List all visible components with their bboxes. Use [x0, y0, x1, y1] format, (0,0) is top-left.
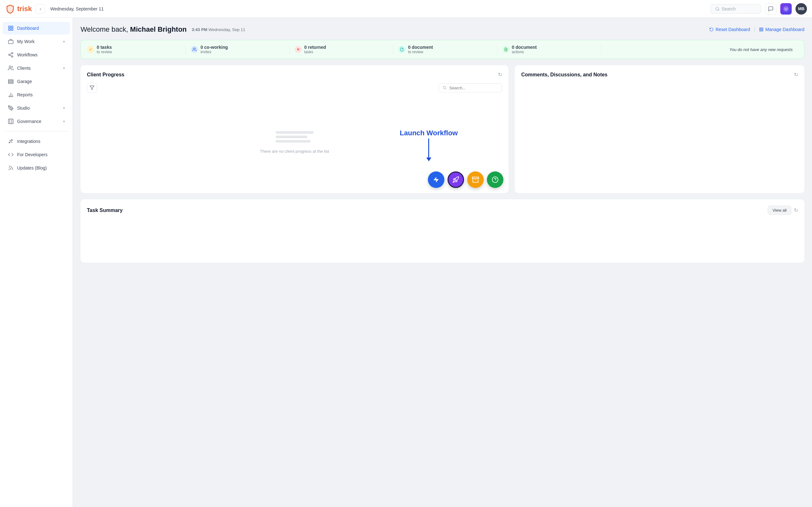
search-button[interactable]: Search: [711, 4, 761, 14]
sidebar-item-garage[interactable]: Garage: [3, 75, 70, 88]
stat-text: 0 document actions: [512, 45, 537, 54]
logo: trisk: [5, 4, 32, 14]
empty-line: [275, 135, 307, 138]
stats-bar: ✓ 0 tasks to review 0 co-working invites…: [81, 40, 804, 59]
svg-point-1: [716, 7, 719, 10]
cards-row: Client Progress ↻: [81, 65, 804, 193]
manage-dashboard-button[interactable]: Manage Dashboard: [759, 27, 804, 32]
svg-point-29: [9, 170, 9, 170]
sidebar-divider: [5, 131, 67, 131]
welcome-left: Welcome back, Michael Brighton 3:43 PM W…: [81, 25, 245, 34]
sidebar-item-label: Studio: [17, 106, 60, 111]
stat-returned-tasks[interactable]: ✕ 0 returned tasks: [290, 45, 393, 54]
rocket-icon: [452, 176, 459, 183]
sidebar-item-governance[interactable]: Governance ▾: [3, 115, 70, 128]
help-icon: [492, 176, 499, 183]
document-actions-icon: [502, 46, 509, 53]
document-review-icon: [398, 46, 405, 53]
coworking-icon: [191, 46, 198, 53]
sidebar-item-dashboard[interactable]: Dashboard: [3, 22, 70, 35]
archive-icon: [472, 176, 479, 183]
stat-count: 0 document: [408, 45, 433, 50]
stat-text: 0 tasks to review: [97, 45, 112, 54]
client-search-input[interactable]: [450, 86, 498, 90]
stat-count: 0 returned: [304, 45, 326, 50]
search-label: Search: [722, 6, 735, 11]
stat-coworking-invites[interactable]: 0 co-working invites: [186, 45, 290, 54]
comments-refresh-button[interactable]: ↻: [794, 72, 798, 78]
stat-document-review[interactable]: 0 document to review: [393, 45, 497, 54]
nav-back-button[interactable]: ‹: [36, 4, 45, 14]
filter-icon: [90, 85, 95, 90]
svg-point-15: [9, 66, 11, 68]
svg-rect-30: [760, 28, 761, 29]
svg-marker-39: [434, 177, 439, 182]
help-fab[interactable]: [487, 171, 503, 188]
svg-point-11: [9, 54, 10, 56]
sidebar-item-clients[interactable]: Clients ▾: [3, 62, 70, 74]
sidebar-item-studio[interactable]: Studio ▾: [3, 102, 70, 114]
manage-icon: [759, 27, 763, 32]
messages-button[interactable]: [765, 3, 776, 14]
welcome-text: Welcome back, Michael Brighton: [81, 25, 187, 34]
stat-label: actions: [512, 50, 537, 54]
ai-avatar[interactable]: [780, 3, 792, 14]
returned-tasks-icon: ✕: [295, 46, 302, 53]
svg-point-28: [11, 140, 12, 141]
reset-dashboard-button[interactable]: Reset Dashboard: [709, 27, 750, 32]
refresh-button[interactable]: ↻: [498, 72, 502, 78]
launch-workflow-label: Launch Workflow: [400, 129, 458, 137]
main-content: Welcome back, Michael Brighton 3:43 PM W…: [73, 18, 812, 507]
sidebar-item-reports[interactable]: Reports: [3, 89, 70, 101]
stat-text: 0 document to review: [408, 45, 433, 54]
svg-rect-16: [9, 79, 13, 81]
sidebar-item-label: Garage: [17, 79, 65, 84]
stat-text: 0 returned tasks: [304, 45, 326, 54]
comments-title: Comments, Discussions, and Notes: [521, 72, 607, 78]
client-progress-card: Client Progress ↻: [81, 65, 508, 193]
client-search-box[interactable]: [439, 83, 502, 93]
sidebar-item-my-work[interactable]: My Work ▾: [3, 35, 70, 48]
sidebar: Dashboard My Work ▾ Workflows Clients ▾: [0, 18, 73, 507]
sidebar-item-label: Updates (Blog): [17, 165, 65, 170]
svg-point-12: [11, 56, 13, 57]
ai-icon: [782, 5, 790, 12]
rocket-fab[interactable]: [448, 171, 464, 188]
svg-rect-32: [760, 30, 761, 31]
stat-count: 0 tasks: [97, 45, 112, 50]
sidebar-item-label: Workflows: [17, 52, 65, 57]
view-all-button[interactable]: View all: [768, 206, 792, 215]
svg-rect-40: [472, 177, 478, 179]
sidebar-item-updates-blog[interactable]: Updates (Blog): [3, 162, 70, 174]
svg-point-2: [783, 6, 789, 11]
svg-point-4: [786, 8, 787, 9]
sidebar-item-for-developers[interactable]: For Developers: [3, 148, 70, 161]
flash-fab[interactable]: [428, 171, 444, 188]
stat-count: 0 co-working: [200, 45, 228, 50]
reset-label: Reset Dashboard: [716, 27, 750, 32]
user-avatar[interactable]: MB: [796, 3, 807, 14]
bottom-section: Task Summary View all ↻: [81, 199, 804, 263]
manage-label: Manage Dashboard: [765, 27, 804, 32]
chevron-down-icon: ▾: [63, 40, 65, 44]
sidebar-item-label: Governance: [17, 119, 60, 124]
users-icon: [8, 65, 14, 71]
user-initials: MB: [798, 6, 804, 11]
svg-rect-31: [762, 28, 763, 29]
stat-tasks-review[interactable]: ✓ 0 tasks to review: [87, 45, 186, 54]
filter-button[interactable]: [87, 83, 97, 93]
svg-rect-33: [762, 30, 763, 31]
task-refresh-button[interactable]: ↻: [794, 207, 798, 213]
sidebar-item-workflows[interactable]: Workflows: [3, 49, 70, 61]
stat-label: to review: [97, 50, 112, 54]
stat-document-actions[interactable]: 0 document actions: [497, 45, 601, 54]
logo-text: trisk: [17, 5, 32, 13]
welcome-time: 3:43 PM Wednesday, Sep 11: [192, 27, 246, 32]
search-icon: [715, 7, 720, 11]
archive-fab[interactable]: [467, 171, 484, 188]
empty-lines: [275, 131, 314, 143]
sidebar-item-integrations[interactable]: Integrations: [3, 135, 70, 148]
flash-icon: [433, 176, 440, 183]
reset-icon: [709, 27, 714, 32]
sidebar-item-label: For Developers: [17, 152, 65, 157]
